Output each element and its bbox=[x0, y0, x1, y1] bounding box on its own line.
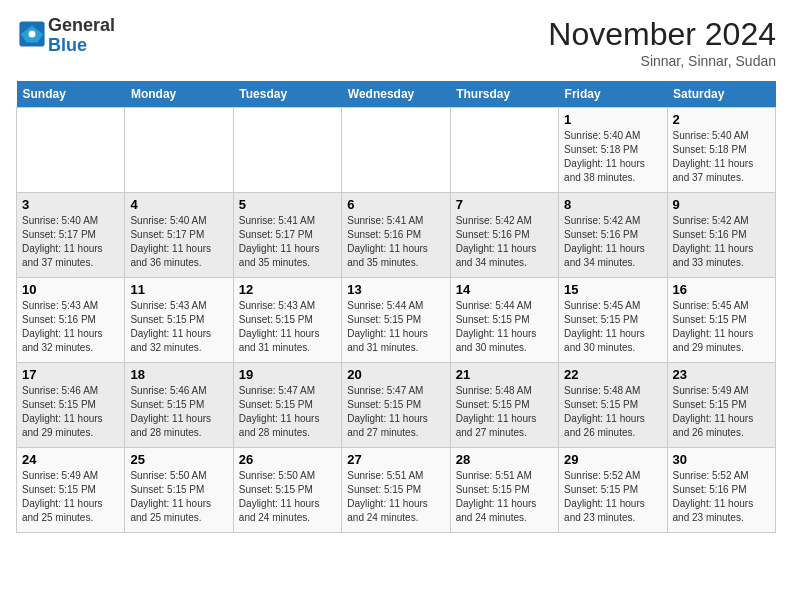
calendar-cell: 4Sunrise: 5:40 AM Sunset: 5:17 PM Daylig… bbox=[125, 193, 233, 278]
calendar-cell: 7Sunrise: 5:42 AM Sunset: 5:16 PM Daylig… bbox=[450, 193, 558, 278]
logo-line2: Blue bbox=[48, 35, 87, 55]
day-info: Sunrise: 5:40 AM Sunset: 5:17 PM Dayligh… bbox=[22, 214, 119, 270]
day-number: 17 bbox=[22, 367, 119, 382]
weekday-friday: Friday bbox=[559, 81, 667, 108]
day-number: 19 bbox=[239, 367, 336, 382]
weekday-saturday: Saturday bbox=[667, 81, 775, 108]
day-number: 3 bbox=[22, 197, 119, 212]
title-area: November 2024 Sinnar, Sinnar, Sudan bbox=[548, 16, 776, 69]
weekday-header-row: SundayMondayTuesdayWednesdayThursdayFrid… bbox=[17, 81, 776, 108]
day-info: Sunrise: 5:40 AM Sunset: 5:18 PM Dayligh… bbox=[564, 129, 661, 185]
calendar-cell: 10Sunrise: 5:43 AM Sunset: 5:16 PM Dayli… bbox=[17, 278, 125, 363]
calendar-week-4: 17Sunrise: 5:46 AM Sunset: 5:15 PM Dayli… bbox=[17, 363, 776, 448]
day-info: Sunrise: 5:42 AM Sunset: 5:16 PM Dayligh… bbox=[456, 214, 553, 270]
day-info: Sunrise: 5:50 AM Sunset: 5:15 PM Dayligh… bbox=[130, 469, 227, 525]
calendar-cell: 25Sunrise: 5:50 AM Sunset: 5:15 PM Dayli… bbox=[125, 448, 233, 533]
day-info: Sunrise: 5:52 AM Sunset: 5:16 PM Dayligh… bbox=[673, 469, 770, 525]
day-info: Sunrise: 5:41 AM Sunset: 5:17 PM Dayligh… bbox=[239, 214, 336, 270]
day-number: 16 bbox=[673, 282, 770, 297]
calendar-cell: 1Sunrise: 5:40 AM Sunset: 5:18 PM Daylig… bbox=[559, 108, 667, 193]
calendar-cell: 5Sunrise: 5:41 AM Sunset: 5:17 PM Daylig… bbox=[233, 193, 341, 278]
calendar-cell: 24Sunrise: 5:49 AM Sunset: 5:15 PM Dayli… bbox=[17, 448, 125, 533]
day-number: 4 bbox=[130, 197, 227, 212]
calendar-table: SundayMondayTuesdayWednesdayThursdayFrid… bbox=[16, 81, 776, 533]
day-info: Sunrise: 5:43 AM Sunset: 5:15 PM Dayligh… bbox=[239, 299, 336, 355]
day-info: Sunrise: 5:43 AM Sunset: 5:15 PM Dayligh… bbox=[130, 299, 227, 355]
weekday-thursday: Thursday bbox=[450, 81, 558, 108]
day-number: 9 bbox=[673, 197, 770, 212]
calendar-week-3: 10Sunrise: 5:43 AM Sunset: 5:16 PM Dayli… bbox=[17, 278, 776, 363]
day-number: 21 bbox=[456, 367, 553, 382]
day-number: 15 bbox=[564, 282, 661, 297]
calendar-cell bbox=[233, 108, 341, 193]
calendar-cell: 8Sunrise: 5:42 AM Sunset: 5:16 PM Daylig… bbox=[559, 193, 667, 278]
calendar-cell: 12Sunrise: 5:43 AM Sunset: 5:15 PM Dayli… bbox=[233, 278, 341, 363]
day-number: 22 bbox=[564, 367, 661, 382]
day-info: Sunrise: 5:42 AM Sunset: 5:16 PM Dayligh… bbox=[564, 214, 661, 270]
logo: General Blue bbox=[16, 16, 115, 56]
weekday-monday: Monday bbox=[125, 81, 233, 108]
calendar-cell: 14Sunrise: 5:44 AM Sunset: 5:15 PM Dayli… bbox=[450, 278, 558, 363]
logo-line1: General bbox=[48, 16, 115, 36]
day-number: 28 bbox=[456, 452, 553, 467]
calendar-cell: 11Sunrise: 5:43 AM Sunset: 5:15 PM Dayli… bbox=[125, 278, 233, 363]
calendar-week-2: 3Sunrise: 5:40 AM Sunset: 5:17 PM Daylig… bbox=[17, 193, 776, 278]
day-info: Sunrise: 5:42 AM Sunset: 5:16 PM Dayligh… bbox=[673, 214, 770, 270]
day-info: Sunrise: 5:51 AM Sunset: 5:15 PM Dayligh… bbox=[456, 469, 553, 525]
calendar-cell: 22Sunrise: 5:48 AM Sunset: 5:15 PM Dayli… bbox=[559, 363, 667, 448]
day-number: 6 bbox=[347, 197, 444, 212]
calendar-cell bbox=[125, 108, 233, 193]
day-number: 23 bbox=[673, 367, 770, 382]
calendar-header: SundayMondayTuesdayWednesdayThursdayFrid… bbox=[17, 81, 776, 108]
day-number: 13 bbox=[347, 282, 444, 297]
calendar-cell: 20Sunrise: 5:47 AM Sunset: 5:15 PM Dayli… bbox=[342, 363, 450, 448]
day-number: 29 bbox=[564, 452, 661, 467]
day-number: 14 bbox=[456, 282, 553, 297]
calendar-body: 1Sunrise: 5:40 AM Sunset: 5:18 PM Daylig… bbox=[17, 108, 776, 533]
calendar-cell: 30Sunrise: 5:52 AM Sunset: 5:16 PM Dayli… bbox=[667, 448, 775, 533]
page-header: General Blue November 2024 Sinnar, Sinna… bbox=[16, 16, 776, 69]
month-title: November 2024 bbox=[548, 16, 776, 53]
day-info: Sunrise: 5:47 AM Sunset: 5:15 PM Dayligh… bbox=[347, 384, 444, 440]
day-number: 18 bbox=[130, 367, 227, 382]
logo-icon bbox=[18, 20, 46, 48]
calendar-cell bbox=[17, 108, 125, 193]
day-number: 10 bbox=[22, 282, 119, 297]
calendar-cell: 26Sunrise: 5:50 AM Sunset: 5:15 PM Dayli… bbox=[233, 448, 341, 533]
day-info: Sunrise: 5:46 AM Sunset: 5:15 PM Dayligh… bbox=[130, 384, 227, 440]
day-number: 5 bbox=[239, 197, 336, 212]
calendar-cell: 16Sunrise: 5:45 AM Sunset: 5:15 PM Dayli… bbox=[667, 278, 775, 363]
day-number: 1 bbox=[564, 112, 661, 127]
day-number: 8 bbox=[564, 197, 661, 212]
calendar-cell: 6Sunrise: 5:41 AM Sunset: 5:16 PM Daylig… bbox=[342, 193, 450, 278]
day-number: 12 bbox=[239, 282, 336, 297]
svg-point-3 bbox=[29, 30, 36, 37]
day-number: 26 bbox=[239, 452, 336, 467]
calendar-cell: 15Sunrise: 5:45 AM Sunset: 5:15 PM Dayli… bbox=[559, 278, 667, 363]
weekday-sunday: Sunday bbox=[17, 81, 125, 108]
day-number: 24 bbox=[22, 452, 119, 467]
calendar-cell: 29Sunrise: 5:52 AM Sunset: 5:15 PM Dayli… bbox=[559, 448, 667, 533]
day-info: Sunrise: 5:45 AM Sunset: 5:15 PM Dayligh… bbox=[673, 299, 770, 355]
calendar-cell: 21Sunrise: 5:48 AM Sunset: 5:15 PM Dayli… bbox=[450, 363, 558, 448]
day-info: Sunrise: 5:47 AM Sunset: 5:15 PM Dayligh… bbox=[239, 384, 336, 440]
day-number: 25 bbox=[130, 452, 227, 467]
calendar-week-1: 1Sunrise: 5:40 AM Sunset: 5:18 PM Daylig… bbox=[17, 108, 776, 193]
calendar-cell: 13Sunrise: 5:44 AM Sunset: 5:15 PM Dayli… bbox=[342, 278, 450, 363]
calendar-cell bbox=[450, 108, 558, 193]
day-info: Sunrise: 5:49 AM Sunset: 5:15 PM Dayligh… bbox=[22, 469, 119, 525]
location-title: Sinnar, Sinnar, Sudan bbox=[548, 53, 776, 69]
day-info: Sunrise: 5:49 AM Sunset: 5:15 PM Dayligh… bbox=[673, 384, 770, 440]
weekday-wednesday: Wednesday bbox=[342, 81, 450, 108]
day-info: Sunrise: 5:45 AM Sunset: 5:15 PM Dayligh… bbox=[564, 299, 661, 355]
day-number: 11 bbox=[130, 282, 227, 297]
calendar-cell: 17Sunrise: 5:46 AM Sunset: 5:15 PM Dayli… bbox=[17, 363, 125, 448]
day-info: Sunrise: 5:52 AM Sunset: 5:15 PM Dayligh… bbox=[564, 469, 661, 525]
day-number: 7 bbox=[456, 197, 553, 212]
calendar-cell: 27Sunrise: 5:51 AM Sunset: 5:15 PM Dayli… bbox=[342, 448, 450, 533]
day-info: Sunrise: 5:44 AM Sunset: 5:15 PM Dayligh… bbox=[347, 299, 444, 355]
calendar-cell: 19Sunrise: 5:47 AM Sunset: 5:15 PM Dayli… bbox=[233, 363, 341, 448]
day-number: 20 bbox=[347, 367, 444, 382]
calendar-cell bbox=[342, 108, 450, 193]
day-info: Sunrise: 5:50 AM Sunset: 5:15 PM Dayligh… bbox=[239, 469, 336, 525]
